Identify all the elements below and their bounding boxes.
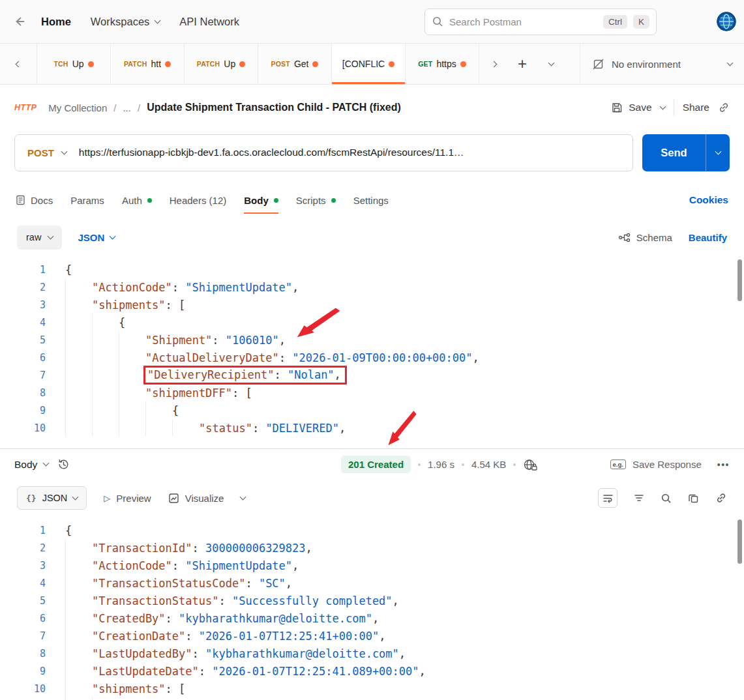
code-line-4[interactable]: 4"TransactionStatusCode": "SC", bbox=[0, 574, 744, 592]
visualize-options-chevron[interactable] bbox=[240, 493, 246, 500]
save-response-button[interactable]: Save Response bbox=[632, 459, 702, 470]
cookies-link[interactable]: Cookies bbox=[689, 194, 728, 206]
response-header: Body 201 Created 1.96 s 4.54 KB e.g. Sav… bbox=[0, 448, 744, 480]
status-badge[interactable]: 201 Created bbox=[341, 456, 411, 473]
body-language-select[interactable]: JSON bbox=[78, 232, 115, 243]
copy-icon[interactable] bbox=[688, 493, 699, 504]
scroll-tabs-left-button[interactable] bbox=[0, 44, 37, 84]
format-lines-icon[interactable] bbox=[634, 493, 644, 503]
response-size[interactable]: 4.54 KB bbox=[471, 459, 506, 470]
send-options-button[interactable] bbox=[706, 134, 730, 171]
search-response-icon[interactable] bbox=[661, 493, 672, 504]
indent-guide bbox=[92, 331, 119, 349]
code-line-10[interactable]: 10"shipments": [ bbox=[0, 680, 744, 697]
code-line-10[interactable]: 10"status": "DELIVERED", bbox=[0, 419, 744, 437]
code-line-6[interactable]: 6"ActualDeliveryDate": "2026-01-09T00:00… bbox=[0, 349, 744, 366]
search-input[interactable] bbox=[449, 16, 597, 27]
scrollbar-thumb[interactable] bbox=[737, 259, 742, 301]
indent-guide bbox=[119, 384, 145, 401]
line-number: 6 bbox=[0, 613, 46, 624]
code-line-9[interactable]: 9"LastUpdateDate": "2026-01-07T12:25:41.… bbox=[0, 662, 744, 680]
scroll-tabs-right-button[interactable] bbox=[479, 44, 508, 84]
save-button[interactable]: Save bbox=[611, 102, 651, 113]
request-section-tab-docs[interactable]: Docs bbox=[16, 181, 53, 219]
breadcrumb-collection[interactable]: My Collection bbox=[48, 102, 107, 113]
response-body-dropdown[interactable]: Body bbox=[14, 459, 48, 471]
code-line-7[interactable]: 7"DeliveryRecipient": "Nolan", bbox=[0, 366, 744, 384]
request-section-tab-auth[interactable]: Auth bbox=[122, 181, 152, 219]
code-line-1[interactable]: 1{ bbox=[0, 521, 744, 539]
code-line-2[interactable]: 2"ActionCode": "ShipmentUpdate", bbox=[0, 278, 744, 296]
code-line-9[interactable]: 9{ bbox=[0, 401, 744, 419]
code-line-7[interactable]: 7"CreationDate": "2026-01-07T12:25:41+00… bbox=[0, 627, 744, 645]
code-line-6[interactable]: 6"CreatedBy": "kybharathkumar@deloitte.c… bbox=[0, 609, 744, 627]
breadcrumb-ellipsis[interactable]: ... bbox=[123, 102, 131, 113]
send-button[interactable]: Send bbox=[642, 134, 730, 171]
request-url-row: POST Send bbox=[0, 130, 744, 181]
request-tab[interactable]: TCHUp bbox=[37, 44, 111, 84]
schema-button[interactable]: Schema bbox=[636, 232, 672, 243]
code-line-8[interactable]: 8"shipmentDFF": [ bbox=[0, 384, 744, 401]
code-line-3[interactable]: 3"ActionCode": "ShipmentUpdate", bbox=[0, 557, 744, 574]
chevron-down-icon bbox=[155, 17, 161, 23]
body-format-select[interactable]: raw bbox=[17, 226, 62, 250]
tab-options-button[interactable] bbox=[537, 44, 565, 84]
preview-button[interactable]: ▷ Preview bbox=[104, 493, 151, 504]
network-info-icon[interactable] bbox=[523, 458, 537, 471]
global-search[interactable]: Ctrl K bbox=[424, 8, 657, 35]
profile-avatar-globe[interactable] bbox=[717, 12, 736, 31]
code-line-5[interactable]: 5"TransactionStatus": "Successfully comp… bbox=[0, 592, 744, 609]
request-title[interactable]: Update Shipment Transaction Child - PATC… bbox=[147, 102, 401, 113]
code-token: { bbox=[65, 524, 72, 537]
request-tab[interactable]: PATCHhtt bbox=[111, 44, 185, 84]
nav-api-network[interactable]: API Network bbox=[170, 10, 249, 33]
code-token: : bbox=[172, 559, 185, 572]
link-icon[interactable] bbox=[718, 102, 730, 113]
request-tab[interactable]: POSTGet bbox=[258, 44, 332, 84]
url-input[interactable] bbox=[79, 147, 632, 158]
divider bbox=[674, 99, 674, 116]
request-section-tab-body[interactable]: Body bbox=[244, 181, 278, 219]
indent-guide bbox=[92, 401, 119, 419]
more-options-icon[interactable]: ••• bbox=[717, 459, 730, 470]
code-token: : bbox=[166, 612, 179, 625]
response-format-select[interactable]: {} JSON bbox=[17, 486, 87, 510]
link-response-icon[interactable] bbox=[715, 492, 727, 504]
nav-workspaces[interactable]: Workspaces bbox=[81, 10, 170, 33]
code-token: "2026-01-07T12:25:41+00:00" bbox=[199, 630, 379, 643]
code-token: : [ bbox=[232, 386, 252, 400]
history-icon[interactable] bbox=[57, 458, 70, 471]
request-body-editor[interactable]: 1{2"ActionCode": "ShipmentUpdate",3"ship… bbox=[0, 255, 744, 448]
response-time[interactable]: 1.96 s bbox=[428, 459, 454, 470]
code-line-8[interactable]: 8"LastUpdatedBy": "kybharathkumar@deloit… bbox=[0, 645, 744, 662]
method-select[interactable]: POST bbox=[15, 147, 79, 158]
code-line-3[interactable]: 3"shipments": [ bbox=[0, 296, 744, 314]
code-line-11[interactable]: 11{ bbox=[0, 697, 744, 700]
save-options-chevron[interactable] bbox=[659, 103, 666, 109]
response-body-editor[interactable]: 1{2"TransactionId": 300000006329823,3"Ac… bbox=[0, 516, 744, 700]
code-line-1[interactable]: 1{ bbox=[0, 261, 744, 278]
unsaved-changes-dot bbox=[165, 61, 171, 67]
request-section-tab-scripts[interactable]: Scripts bbox=[296, 181, 336, 219]
code-line-2[interactable]: 2"TransactionId": 300000006329823, bbox=[0, 539, 744, 557]
code-token: : bbox=[218, 594, 231, 607]
code-token: : bbox=[172, 281, 185, 294]
share-button[interactable]: Share bbox=[683, 102, 709, 113]
chevron-down-icon bbox=[48, 233, 54, 239]
request-section-tab-headers-12[interactable]: Headers (12) bbox=[170, 181, 227, 219]
back-arrow-icon[interactable] bbox=[8, 10, 31, 33]
environment-selector[interactable]: No environment bbox=[580, 44, 744, 84]
new-tab-button[interactable]: + bbox=[508, 44, 537, 84]
nav-home[interactable]: Home bbox=[31, 10, 81, 33]
visualize-button[interactable]: Visualize bbox=[168, 493, 224, 504]
code-line-4[interactable]: 4{ bbox=[0, 314, 744, 331]
code-line-5[interactable]: 5"Shipment": "106010", bbox=[0, 331, 744, 349]
request-section-tab-params[interactable]: Params bbox=[70, 181, 104, 219]
request-tab[interactable]: PATCHUp bbox=[185, 44, 258, 84]
request-tab[interactable]: GEThttps bbox=[406, 44, 479, 84]
request-tab[interactable]: [CONFLIC bbox=[332, 44, 406, 84]
request-section-tab-settings[interactable]: Settings bbox=[353, 181, 389, 219]
beautify-button[interactable]: Beautify bbox=[689, 232, 727, 243]
scrollbar-thumb[interactable] bbox=[737, 519, 742, 564]
wrap-text-button[interactable] bbox=[598, 488, 618, 508]
